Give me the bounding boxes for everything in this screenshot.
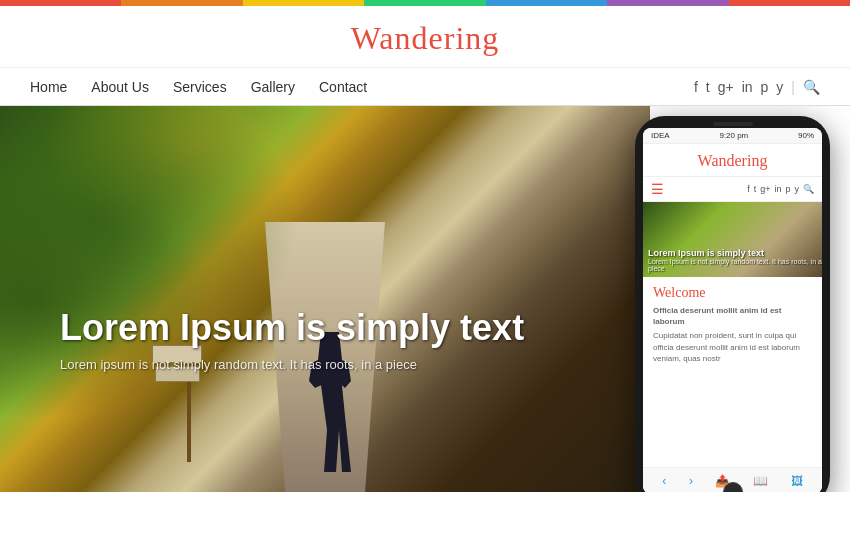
- main-area: Lorem Ipsum is simply text Lorem ipsum i…: [0, 106, 850, 492]
- phone-carrier: IDEA: [651, 131, 670, 140]
- phone-hero: Lorem Ipsum is simply text Lorem Ipsum i…: [643, 202, 822, 277]
- nav-left: Home About Us Services Gallery Contact: [30, 71, 367, 103]
- googleplus-icon[interactable]: g+: [718, 79, 734, 95]
- phone-bookmarks-icon[interactable]: 📖: [753, 474, 768, 488]
- nav-right: f t g+ in p y | 🔍: [694, 79, 820, 95]
- phone-content: Welcome Officia deserunt mollit anim id …: [643, 277, 822, 467]
- phone-time: 9:20 pm: [719, 131, 748, 140]
- phone-speaker: [713, 122, 753, 126]
- phone-header: Wandering: [643, 144, 822, 177]
- nav-item-services[interactable]: Services: [173, 71, 227, 103]
- phone-facebook-icon[interactable]: f: [747, 184, 750, 194]
- site-header: Wandering: [0, 6, 850, 68]
- phone-search-icon[interactable]: 🔍: [803, 184, 814, 194]
- phone-nav: ☰ f t g+ in p y 🔍: [643, 177, 822, 202]
- sign-post-pole: [187, 382, 191, 462]
- phone-mockup: IDEA 9:20 pm 90% Wandering ☰ f t g+ in p…: [635, 116, 830, 492]
- phone-twitter-icon[interactable]: t: [754, 184, 757, 194]
- search-icon[interactable]: 🔍: [803, 79, 820, 95]
- phone-tabs-icon[interactable]: 🖼: [791, 474, 803, 488]
- twitter-icon[interactable]: t: [706, 79, 710, 95]
- hero-title: Lorem Ipsum is simply text: [60, 307, 524, 349]
- phone-welcome-text1: Officia deserunt mollit anim id est labo…: [653, 305, 812, 327]
- phone-welcome-text2: Cupidatat non proident, sunt in culpa qu…: [653, 330, 812, 364]
- phone-gplus-icon[interactable]: g+: [760, 184, 770, 194]
- facebook-icon[interactable]: f: [694, 79, 698, 95]
- phone-linkedin-icon[interactable]: in: [774, 184, 781, 194]
- phone-back-icon[interactable]: ‹: [662, 474, 666, 488]
- linkedin-icon[interactable]: in: [742, 79, 753, 95]
- nav-divider: |: [791, 79, 795, 95]
- phone-pinterest-icon[interactable]: p: [785, 184, 790, 194]
- nav-item-contact[interactable]: Contact: [319, 71, 367, 103]
- hero-subtitle: Lorem ipsum is not simply random text. I…: [60, 357, 524, 372]
- phone-battery: 90%: [798, 131, 814, 140]
- main-nav: Home About Us Services Gallery Contact f…: [0, 68, 850, 106]
- phone-youtube-icon[interactable]: y: [795, 184, 800, 194]
- nav-item-about[interactable]: About Us: [91, 71, 149, 103]
- phone-hero-overlay: Lorem Ipsum is simply text Lorem Ipsum i…: [648, 248, 822, 272]
- youtube-icon[interactable]: y: [776, 79, 783, 95]
- nav-item-home[interactable]: Home: [30, 71, 67, 103]
- phone-site-title: Wandering: [653, 152, 812, 170]
- site-title: Wandering: [351, 20, 500, 56]
- phone-social-row: f t g+ in p y 🔍: [747, 184, 814, 194]
- phone-status-bar: IDEA 9:20 pm 90%: [643, 128, 822, 144]
- phone-welcome-heading: Welcome: [653, 285, 812, 301]
- hero-text: Lorem Ipsum is simply text Lorem ipsum i…: [60, 307, 524, 372]
- pinterest-icon[interactable]: p: [761, 79, 769, 95]
- phone-hero-title: Lorem Ipsum is simply text: [648, 248, 822, 258]
- phone-screen: IDEA 9:20 pm 90% Wandering ☰ f t g+ in p…: [643, 128, 822, 492]
- hamburger-icon[interactable]: ☰: [651, 181, 664, 197]
- nav-item-gallery[interactable]: Gallery: [251, 71, 295, 103]
- phone-hero-subtitle: Lorem Ipsum is not simply random text. I…: [648, 258, 822, 272]
- phone-forward-icon[interactable]: ›: [689, 474, 693, 488]
